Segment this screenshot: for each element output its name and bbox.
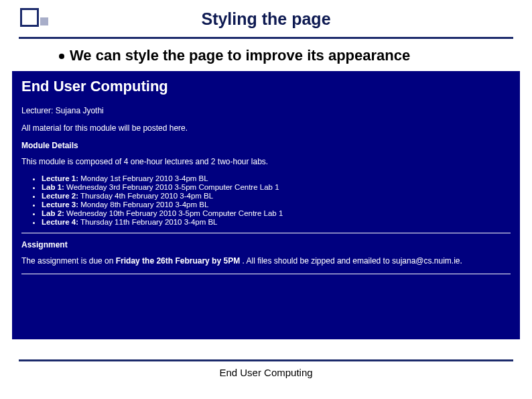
title-underline [19, 37, 513, 39]
bullet-content: We can style the page to improve its app… [70, 47, 410, 64]
lecturer-line: Lecturer: Sujana Jyothi [21, 106, 511, 115]
list-item: Lecture 1: Monday 1st February 2010 3-4p… [42, 174, 511, 182]
bullet-dot-icon [59, 54, 64, 59]
material-line: All material for this module will be pos… [21, 123, 511, 133]
schedule-list: Lecture 1: Monday 1st February 2010 3-4p… [42, 174, 511, 226]
bullet-line: We can style the page to improve its app… [59, 47, 512, 64]
list-item: Lecture 3: Monday 8th February 2010 3-4p… [42, 201, 511, 209]
styled-page-preview: End User Computing Lecturer: Sujana Jyot… [12, 71, 520, 339]
module-details-label: Module Details [21, 141, 511, 150]
footer-underline [19, 359, 513, 361]
list-item: Lab 1: Wednesday 3rd February 2010 3-5pm… [42, 183, 511, 191]
divider [21, 274, 511, 274]
module-composition: This module is composed of 4 one-hour le… [21, 157, 511, 166]
list-item: Lecture 4: Thursday 11th February 2010 3… [42, 218, 511, 226]
list-item: Lecture 2: Thursday 4th February 2010 3-… [42, 192, 511, 200]
preview-heading: End User Computing [21, 78, 511, 95]
slide-title: Styling the page [0, 9, 532, 29]
footer-text: End User Computing [0, 367, 532, 378]
assignment-text: The assignment is due on Friday the 26th… [21, 256, 511, 266]
assignment-label: Assignment [21, 240, 511, 249]
list-item: Lab 2: Wednesday 10th February 2010 3-5p… [42, 209, 511, 217]
divider [21, 233, 511, 233]
slide-decoration [20, 8, 48, 28]
